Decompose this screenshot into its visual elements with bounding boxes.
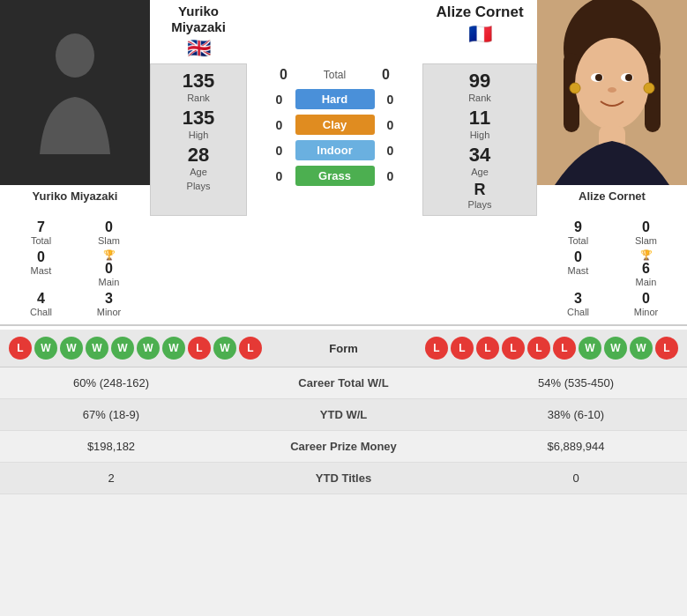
titles-right: 0 <box>479 471 673 485</box>
left-form-l2: L <box>188 337 211 360</box>
left-plays-label: Plays <box>187 181 211 191</box>
left-chall-label: Chall <box>30 307 52 317</box>
left-rank-value: 135 <box>183 70 215 93</box>
right-age: 34 Age <box>469 144 490 177</box>
right-minor: 0 Minor <box>614 291 678 317</box>
left-stats-grid: 7 Total 0 Slam 0 Mast 🏆 0 Main <box>4 219 146 317</box>
grass-row: 0 Grass 0 <box>247 163 422 189</box>
clay-button[interactable]: Clay <box>295 115 375 135</box>
right-high: 11 High <box>469 107 490 140</box>
left-chall: 4 Chall <box>9 291 73 317</box>
left-slam-label: Slam <box>98 235 120 246</box>
left-form-l3: L <box>239 337 262 360</box>
right-minor-label: Minor <box>634 307 659 317</box>
right-age-value: 34 <box>469 144 490 167</box>
left-player-photo <box>0 0 150 185</box>
right-age-label: Age <box>471 167 489 177</box>
left-plays: Plays <box>187 181 211 191</box>
total-label: Total <box>300 69 370 81</box>
right-form-l2: L <box>451 337 474 360</box>
prize-row: $198,182 Career Prize Money $6,889,944 <box>0 431 687 463</box>
alize-avatar-icon <box>537 0 687 185</box>
left-main-label: Main <box>99 277 120 287</box>
total-left-score: 0 <box>268 67 300 83</box>
right-slam: 0 Slam <box>614 219 678 246</box>
clay-left-score: 0 <box>264 118 295 132</box>
ytd-wl-left: 67% (18-9) <box>14 408 208 421</box>
right-chall: 3 Chall <box>546 291 610 317</box>
right-form-l3: L <box>476 337 499 360</box>
left-high-value: 135 <box>183 107 215 130</box>
clay-right-score: 0 <box>375 118 407 132</box>
left-bottom-stats: 7 Total 0 Slam 0 Mast 🏆 0 Main <box>0 216 150 321</box>
center-column: Yuriko Miyazaki 🇬🇧 Alize Cornet 🇫🇷 135 <box>150 0 537 216</box>
hard-button[interactable]: Hard <box>295 89 375 109</box>
left-minor-value: 3 <box>105 291 113 307</box>
left-center-name: Yuriko Miyazaki <box>150 4 247 35</box>
right-main-value: 6 <box>642 261 650 277</box>
right-total-value: 9 <box>574 219 582 235</box>
indoor-button[interactable]: Indoor <box>295 140 375 160</box>
right-form-l5: L <box>527 337 550 360</box>
right-center-name: Alize Cornet <box>436 4 523 21</box>
career-wl-row: 60% (248-162) Career Total W/L 54% (535-… <box>0 367 687 399</box>
left-form-w3: W <box>86 337 108 360</box>
right-trophy-main: 🏆 6 Main <box>614 249 678 287</box>
left-player-column: Yuriko Miyazaki <box>0 0 150 216</box>
right-rank: 99 Rank <box>468 70 491 103</box>
left-mast: 0 Mast <box>9 249 73 287</box>
grass-button[interactable]: Grass <box>295 166 375 186</box>
hard-right-score: 0 <box>375 93 407 107</box>
left-rank-label: Rank <box>187 93 210 103</box>
left-form-w6: W <box>162 337 185 360</box>
svg-point-8 <box>595 74 602 81</box>
left-main-value: 0 <box>105 261 113 277</box>
career-wl-left: 60% (248-162) <box>14 376 208 390</box>
svg-point-0 <box>56 33 94 78</box>
right-form-l7: L <box>655 337 678 360</box>
left-chall-value: 4 <box>37 291 45 307</box>
left-form-w7: W <box>213 337 236 360</box>
right-rank-label: Rank <box>468 93 491 103</box>
grass-left-score: 0 <box>264 169 295 183</box>
left-form-w4: W <box>111 337 134 360</box>
right-player-photo <box>537 0 687 185</box>
right-chall-label: Chall <box>567 307 589 317</box>
prize-left: $198,182 <box>14 440 208 453</box>
right-plays-label: Plays <box>468 199 492 210</box>
svg-point-11 <box>570 83 580 93</box>
prize-label: Career Prize Money <box>208 440 479 453</box>
left-total: 7 Total <box>9 219 73 246</box>
right-stat-box: 99 Rank 11 High 34 Age R <box>422 63 537 216</box>
right-mast-label: Mast <box>568 265 589 276</box>
form-section: L W W W W W W L W L Form L L L L L L W W… <box>0 330 687 367</box>
comparison-widget: Yuriko Miyazaki Yuriko Miyazaki 🇬🇧 Alize… <box>0 0 687 494</box>
left-age-label: Age <box>190 167 207 177</box>
right-minor-value: 0 <box>642 291 650 307</box>
surface-rows-area: 135 Rank 135 High 28 Age Play <box>150 63 537 216</box>
silhouette-icon <box>31 31 119 154</box>
left-form-w1: W <box>34 337 57 360</box>
prize-right: $6,889,944 <box>479 440 673 453</box>
left-form-w2: W <box>60 337 83 360</box>
total-right-score: 0 <box>370 67 402 83</box>
left-mast-label: Mast <box>31 265 52 276</box>
right-form-l6: L <box>553 337 576 360</box>
career-wl-right: 54% (535-450) <box>479 376 673 390</box>
separator-1 <box>0 324 687 326</box>
ytd-wl-right: 38% (6-10) <box>479 408 673 421</box>
right-high-value: 11 <box>469 107 490 130</box>
left-form-bubbles: L W W W W W W L W L <box>9 337 262 360</box>
clay-row: 0 Clay 0 <box>247 112 422 137</box>
titles-row: 2 YTD Titles 0 <box>0 463 687 494</box>
svg-point-10 <box>608 87 616 93</box>
grass-right-score: 0 <box>375 169 407 183</box>
career-wl-label: Career Total W/L <box>208 376 479 390</box>
right-plays: R Plays <box>468 181 492 210</box>
left-age-value: 28 <box>188 144 209 167</box>
right-total-label: Total <box>568 235 588 246</box>
hard-row: 0 Hard 0 <box>247 86 422 112</box>
indoor-right-score: 0 <box>375 144 407 158</box>
left-minor-label: Minor <box>97 307 122 317</box>
titles-label: YTD Titles <box>208 471 479 485</box>
